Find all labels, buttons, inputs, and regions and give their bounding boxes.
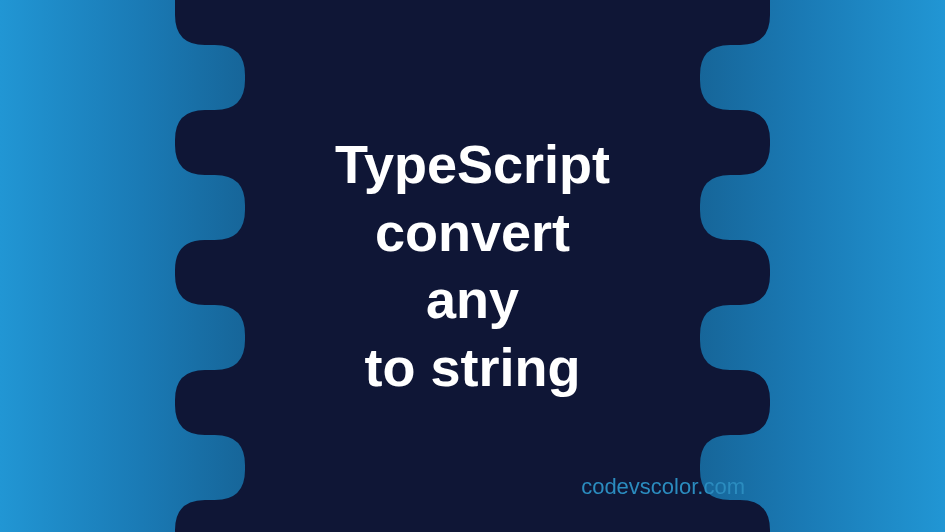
content-wrapper: TypeScript convert any to string bbox=[0, 0, 945, 532]
watermark-text: codevscolor.com bbox=[581, 474, 745, 500]
title-line-3: any bbox=[335, 266, 610, 334]
title-line-4: to string bbox=[335, 334, 610, 402]
banner-canvas: TypeScript convert any to string codevsc… bbox=[0, 0, 945, 532]
title-line-2: convert bbox=[335, 199, 610, 267]
main-title: TypeScript convert any to string bbox=[335, 131, 610, 401]
title-line-1: TypeScript bbox=[335, 131, 610, 199]
